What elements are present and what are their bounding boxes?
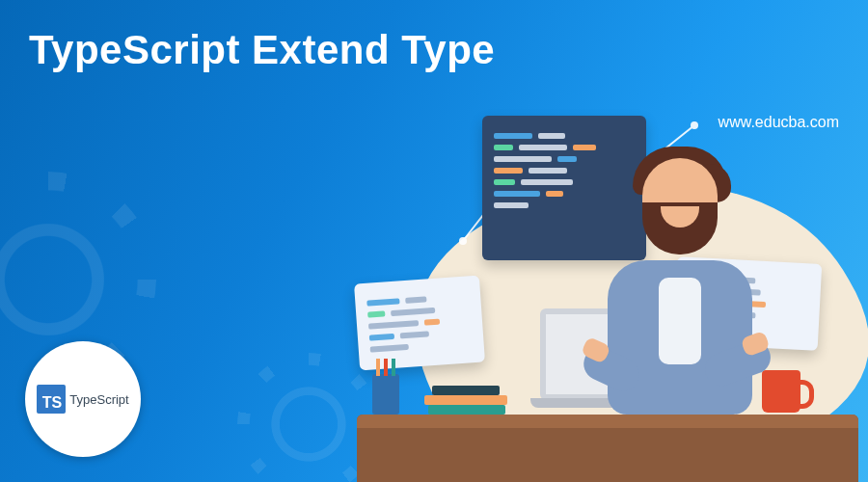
gear-icon — [0, 193, 135, 366]
page-title: TypeScript Extend Type — [29, 27, 495, 73]
code-window-left — [354, 276, 485, 371]
pencil-cup-icon — [372, 374, 399, 415]
typescript-mark-icon: TS — [37, 385, 66, 414]
hero-banner: TypeScript Extend Type www.educba.com TS… — [0, 0, 868, 482]
developer-figure — [579, 164, 781, 415]
developer-illustration — [318, 96, 858, 482]
desk-shape — [357, 415, 858, 482]
typescript-logo-badge: TS TypeScript — [25, 341, 141, 457]
books-icon — [424, 389, 511, 415]
typescript-wordmark: TypeScript — [69, 392, 128, 407]
